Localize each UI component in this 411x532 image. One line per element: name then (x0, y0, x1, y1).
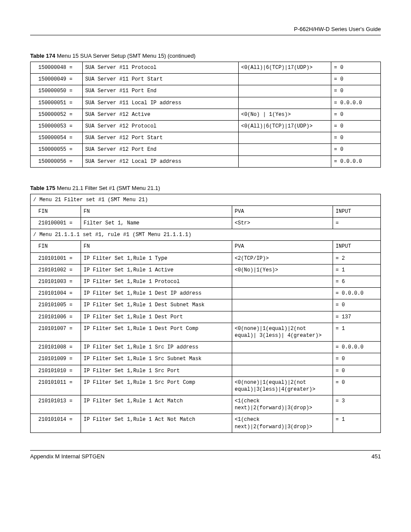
cell-fn: IP Filter Set 1,Rule 1 Type (81, 252, 232, 264)
table-row: 150000052 = SUA Server #12 Active <0(No)… (31, 109, 381, 120)
header-row: FIN FN PVA INPUT (31, 241, 381, 252)
cell-input: = 0.0.0.0 (331, 97, 381, 109)
table-row: 210101003 = IP Filter Set 1,Rule 1 Proto… (31, 276, 381, 288)
cell-fin: 210101003 = (31, 276, 81, 288)
cell-pva (232, 353, 333, 365)
cell-fn: IP Filter Set 1,Rule 1 Src IP address (81, 342, 232, 353)
table-row: 150000054 = SUA Server #12 Port Start = … (31, 132, 381, 144)
cell-fn: IP Filter Set 1,Rule 1 Src Port Comp (81, 376, 232, 395)
section-header-row: / Menu 21 Filter set #1 (SMT Menu 21) (31, 194, 381, 205)
cell-fn: IP Filter Set 1,Rule 1 Src Port (81, 365, 232, 376)
cell-input: = 137 (333, 311, 380, 323)
cell-fin: 210101002 = (31, 264, 81, 276)
cell-pva (232, 288, 333, 299)
header-fn: FN (81, 205, 232, 217)
section-header-row: / Menu 21.1.1.1 set #1, rule #1 (SMT Men… (31, 229, 381, 241)
cell-input: = (333, 218, 380, 229)
header-fn: FN (81, 241, 232, 252)
cell-pva: <0(No)|1(Yes)> (232, 264, 333, 276)
cell-fin: 210101008 = (31, 342, 81, 353)
cell-input: = 1 (333, 414, 380, 432)
table-row: 150000051 = SUA Server #11 Local IP addr… (31, 97, 381, 109)
cell-input: = 2 (333, 252, 380, 264)
cell-input: = 0.0.0.0 (333, 288, 380, 299)
table-row: 210101010 = IP Filter Set 1,Rule 1 Src P… (31, 365, 381, 376)
cell-input: = 0 (331, 85, 381, 97)
cell-fn: IP Filter Set 1,Rule 1 Protocol (81, 276, 232, 288)
cell-fin: 210101010 = (31, 365, 81, 376)
cell-input: = 0 (331, 74, 381, 85)
table-row: 210101014 = IP Filter Set 1,Rule 1 Act N… (31, 414, 381, 432)
cell-pva (238, 97, 331, 109)
cell-input: = 6 (333, 276, 380, 288)
cell-fn: SUA Server #12 Local IP address (82, 156, 238, 167)
header-input: INPUT (333, 241, 380, 252)
cell-pva (232, 276, 333, 288)
cell-input: = 0 (333, 299, 380, 311)
cell-fin: 210101001 = (31, 252, 81, 264)
cell-fin: 150000051 = (31, 97, 83, 109)
table-row: 150000048 = SUA Server #11 Protocol <0(A… (31, 62, 381, 74)
cell-fin: 210101014 = (31, 414, 81, 432)
cell-input: = 1 (333, 323, 380, 341)
table-row: 150000049 = SUA Server #11 Port Start = … (31, 74, 381, 85)
table-row: 210101005 = IP Filter Set 1,Rule 1 Dest … (31, 299, 381, 311)
cell-pva (238, 74, 331, 85)
table-row: 210101007 = IP Filter Set 1,Rule 1 Dest … (31, 323, 381, 341)
cell-fin: 210100001 = (31, 218, 81, 229)
cell-fn: IP Filter Set 1,Rule 1 Dest Port Comp (81, 323, 232, 341)
cell-pva: <0(none)|1(equal)|2(not equal)|3(less)|4… (232, 376, 333, 395)
table175-caption: Table 175 Menu 21.1 Filter Set #1 (SMT M… (30, 185, 381, 191)
table174: 150000048 = SUA Server #11 Protocol <0(A… (30, 62, 381, 168)
header-input: INPUT (333, 205, 380, 217)
page-footer: Appendix M Internal SPTGEN 451 (30, 450, 381, 460)
cell-fn: IP Filter Set 1,Rule 1 Act Not Match (81, 414, 232, 432)
cell-input: = 1 (333, 264, 380, 276)
footer-right: 451 (371, 453, 381, 460)
cell-fn: IP Filter Set 1,Rule 1 Dest Port (81, 311, 232, 323)
cell-fin: 210101007 = (31, 323, 81, 341)
cell-fin: 210101011 = (31, 376, 81, 395)
cell-fin: 150000049 = (31, 74, 83, 85)
cell-input: = 0 (333, 365, 380, 376)
cell-fn: SUA Server #12 Port End (82, 144, 238, 156)
cell-fn: Filter Set 1, Name (81, 218, 232, 229)
table174-caption: Table 174 Menu 15 SUA Server Setup (SMT … (30, 53, 381, 59)
cell-fin: 150000055 = (31, 144, 83, 156)
cell-input: = 0.0.0.0 (333, 342, 380, 353)
table-row: 210101009 = IP Filter Set 1,Rule 1 Src S… (31, 353, 381, 365)
cell-fin: 150000054 = (31, 132, 83, 144)
cell-fin: 210101004 = (31, 288, 81, 299)
table-row: 150000053 = SUA Server #12 Protocol <0(A… (31, 120, 381, 132)
cell-input: = 3 (333, 395, 380, 414)
cell-fn: IP Filter Set 1,Rule 1 Src Subnet Mask (81, 353, 232, 365)
header-fin: FIN (31, 241, 81, 252)
section2-text: / Menu 21.1.1.1 set #1, rule #1 (SMT Men… (31, 229, 381, 241)
cell-fn: SUA Server #11 Port End (82, 85, 238, 97)
table-row: 210101001 = IP Filter Set 1,Rule 1 Type … (31, 252, 381, 264)
cell-fn: IP Filter Set 1,Rule 1 Act Match (81, 395, 232, 414)
cell-fin: 150000053 = (31, 120, 83, 132)
table-row: 210101006 = IP Filter Set 1,Rule 1 Dest … (31, 311, 381, 323)
cell-input: = 0 (333, 376, 380, 395)
cell-fn: SUA Server #11 Protocol (82, 62, 238, 74)
cell-pva (238, 132, 331, 144)
cell-fin: 150000048 = (31, 62, 83, 74)
cell-pva: <1(check next)|2(forward)|3(drop)> (232, 414, 333, 432)
table-row: 210101004 = IP Filter Set 1,Rule 1 Dest … (31, 288, 381, 299)
cell-pva (238, 85, 331, 97)
section1-text: / Menu 21 Filter set #1 (SMT Menu 21) (31, 194, 381, 205)
header-row: FIN FN PVA INPUT (31, 205, 381, 217)
table174-caption-bold: Table 174 (30, 53, 55, 59)
header-fin: FIN (31, 205, 81, 217)
table-row: 210100001 = Filter Set 1, Name <Str> = (31, 218, 381, 229)
cell-input: = 0 (331, 62, 381, 74)
table174-caption-rest: Menu 15 SUA Server Setup (SMT Menu 15) (… (55, 53, 196, 59)
table-row: 150000055 = SUA Server #12 Port End = 0 (31, 144, 381, 156)
cell-fn: SUA Server #11 Port Start (82, 74, 238, 85)
cell-fn: IP Filter Set 1,Rule 1 Dest Subnet Mask (81, 299, 232, 311)
cell-fn: SUA Server #12 Port Start (82, 132, 238, 144)
table-row: 210101013 = IP Filter Set 1,Rule 1 Act M… (31, 395, 381, 414)
table-row: 210101002 = IP Filter Set 1,Rule 1 Activ… (31, 264, 381, 276)
footer-left: Appendix M Internal SPTGEN (30, 453, 105, 460)
